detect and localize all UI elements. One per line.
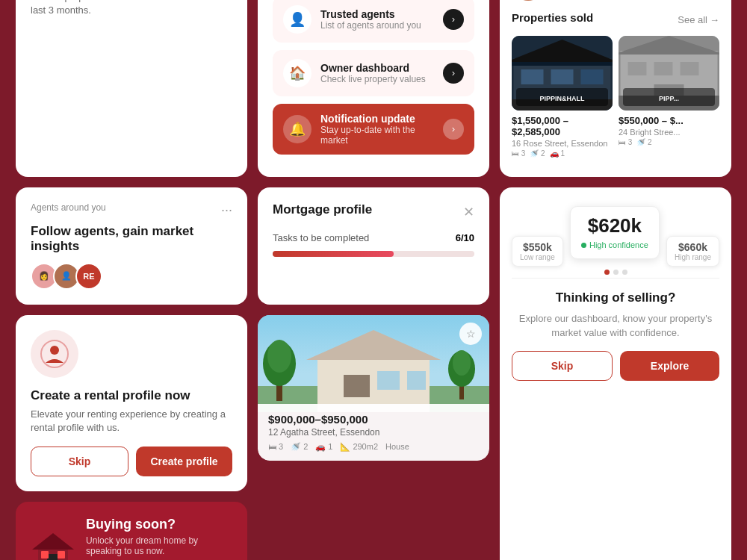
selling-explore-button[interactable]: Explore xyxy=(620,351,719,381)
selling-card: $550k Low range $620k High confidence $6… xyxy=(500,187,731,560)
progress-bar-bg xyxy=(273,251,474,257)
rental-icon xyxy=(31,330,78,378)
svg-rect-3 xyxy=(512,62,613,66)
buying-desc: Unlock your dream home by speaking to us… xyxy=(86,535,232,556)
guide-agents-title: Trusted agents xyxy=(320,8,434,20)
tasks-label: Tasks to be completed xyxy=(273,232,369,243)
car-icon: 🚗 xyxy=(315,442,326,452)
guide-dashboard-icon: 🏠 xyxy=(283,59,311,87)
agent-profile-card: 👩 Jasmine Lee ★ 5.0 (42 reviews) Follow … xyxy=(500,0,731,177)
confidence-badge: High confidence xyxy=(581,240,648,249)
properties-sold-label: Properties sold xyxy=(512,11,593,24)
selling-title: Thinking of selling? xyxy=(512,290,719,305)
guide-dashboard-title: Owner dashboard xyxy=(320,62,434,74)
buying-soon-card: Buying soon? Unlock your dream home by s… xyxy=(16,502,247,560)
land-icon: 📐 xyxy=(340,442,350,452)
agents-menu[interactable]: ··· xyxy=(221,202,232,218)
listing-address: 12 Agatha Street, Essendon xyxy=(268,427,479,438)
bookmark-button[interactable]: ☆ xyxy=(459,323,482,345)
see-all-arrow-icon: → xyxy=(710,14,719,25)
svg-rect-22 xyxy=(377,371,400,390)
rental-create-button[interactable]: Create profile xyxy=(136,447,232,476)
guide-dashboard-desc: Check live property values xyxy=(320,74,434,84)
svg-rect-35 xyxy=(41,551,49,559)
svg-rect-14 xyxy=(681,62,699,75)
bath-icon-1: 🚿 2 xyxy=(530,149,545,158)
selling-content: Thinking of selling? Explore our dashboa… xyxy=(500,279,731,393)
rental-skip-button[interactable]: Skip xyxy=(31,447,128,476)
property-image-2: PIPP... xyxy=(619,36,719,111)
agent-info: 👩 Jasmine Lee ★ 5.0 (42 reviews) xyxy=(512,0,627,1)
svg-point-31 xyxy=(50,346,59,355)
recent-sales-card: Recent sales in VIC ··· 15 new propertie… xyxy=(16,0,247,177)
mortgage-card: Mortgage profile ✕ Tasks to be completed… xyxy=(258,187,489,305)
guide-item-notification[interactable]: 🔔 Notification update Stay up-to-date wi… xyxy=(273,104,474,155)
svg-rect-36 xyxy=(58,551,65,559)
svg-rect-4 xyxy=(521,69,544,84)
bed-icon-2: 🛏 3 xyxy=(619,138,632,146)
property-photo-card: ☆ $900,000–$950,000 12 Agatha Street, Es… xyxy=(258,315,489,461)
dot-3 xyxy=(622,270,627,275)
bath-icon: 🚿 xyxy=(291,442,301,452)
guide-dashboard-arrow[interactable]: › xyxy=(443,63,464,84)
see-all-button[interactable]: See all → xyxy=(678,14,719,25)
prop-features-1: 🛏 3 🚿 2 🚗 1 xyxy=(512,149,613,158)
prop-features-2: 🛏 3 🚿 2 xyxy=(619,138,719,146)
listing-price: $900,000–$950,000 xyxy=(268,413,479,426)
prop-addr-1: 16 Rose Street, Essendon xyxy=(512,139,613,148)
property-info-overlay: $900,000–$950,000 12 Agatha Street, Esse… xyxy=(258,404,489,461)
svg-rect-23 xyxy=(407,371,426,390)
agents-header: Agents around you ··· xyxy=(31,202,232,218)
svg-point-29 xyxy=(453,350,471,376)
guide-agents-arrow[interactable]: › xyxy=(443,9,464,30)
guide-item-dashboard[interactable]: 🏠 Owner dashboard Check live property va… xyxy=(273,50,474,96)
prop-price-2: $550,000 – $... xyxy=(619,115,719,126)
property-images: PIPPIN&HALL $1,550,000 – $2,585,000 16 R… xyxy=(512,36,719,158)
high-label: High range xyxy=(675,253,711,261)
selling-skip-button[interactable]: Skip xyxy=(512,351,613,381)
agent-avatar-3: RE xyxy=(75,263,102,290)
low-val: $550k xyxy=(520,241,555,253)
confidence-dot xyxy=(581,243,586,248)
properties-sold-header: Properties sold See all → xyxy=(512,11,719,28)
agent-header: 👩 Jasmine Lee ★ 5.0 (42 reviews) Follow … xyxy=(512,0,719,1)
mortgage-close-icon[interactable]: ✕ xyxy=(463,204,474,220)
buying-title: Buying soon? xyxy=(86,517,232,532)
low-label: Low range xyxy=(520,253,555,261)
bed-icon-1: 🛏 3 xyxy=(512,149,525,158)
listing-features: 🛏 3 🚿 2 🚗 1 📐 290m2 House xyxy=(268,442,479,452)
rental-buttons: Skip Create profile xyxy=(31,447,232,476)
bath-icon-2: 🚿 2 xyxy=(636,138,651,146)
property-photo-bg xyxy=(258,315,489,412)
dot-1 xyxy=(604,270,610,275)
svg-point-26 xyxy=(267,340,291,373)
buying-soon-text: Buying soon? Unlock your dream home by s… xyxy=(86,517,232,560)
agent-avatar: 👩 xyxy=(512,0,545,1)
home-guide-card: Home owners guide 👤 Trusted agents List … xyxy=(258,0,489,177)
property-brand-2: PIPP... xyxy=(623,88,715,106)
svg-rect-21 xyxy=(344,375,370,397)
high-val: $660k xyxy=(675,241,711,253)
mortgage-title: Mortgage profile xyxy=(273,202,372,217)
guide-notification-desc: Stay up-to-date with the market xyxy=(320,125,434,146)
listing-baths: 🚿 2 xyxy=(291,442,308,452)
svg-marker-33 xyxy=(32,533,74,550)
selling-buttons: Skip Explore xyxy=(512,351,719,381)
selling-desc: Explore our dashboard, know your propert… xyxy=(512,311,719,340)
guide-notification-arrow[interactable]: › xyxy=(443,119,464,140)
guide-agents-desc: List of agents around you xyxy=(320,20,434,31)
agents-title: Follow agents, gain market insights xyxy=(31,224,232,254)
guide-item-agents[interactable]: 👤 Trusted agents List of agents around y… xyxy=(273,0,474,43)
agents-label: Agents around you xyxy=(31,202,106,213)
rental-title: Create a rental profile now xyxy=(31,388,232,403)
guide-notification-icon: 🔔 xyxy=(283,115,311,143)
mortgage-header: Mortgage profile ✕ xyxy=(273,202,474,222)
listing-beds: 🛏 3 xyxy=(268,442,283,451)
prop-addr-2: 24 Bright Stree... xyxy=(619,128,719,137)
listing-type: House xyxy=(385,442,409,451)
svg-rect-13 xyxy=(654,62,673,75)
progress-bar-fill xyxy=(273,251,394,257)
prop-price-1: $1,550,000 – $2,585,000 xyxy=(512,115,613,137)
agents-avatars: 👩 👤 RE xyxy=(31,263,232,290)
house-buying-icon xyxy=(31,527,75,560)
